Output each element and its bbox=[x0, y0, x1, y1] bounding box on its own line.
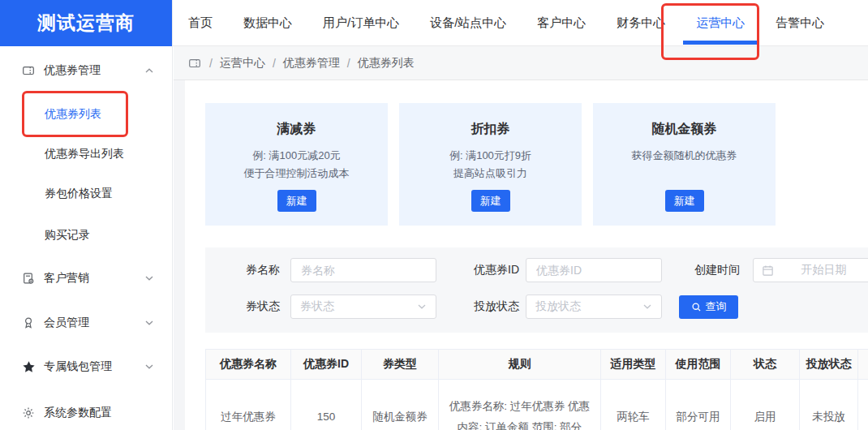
sidebar-item-label: 会员管理 bbox=[44, 316, 89, 330]
coupon-type-cards: 满减券 例: 满100元减20元 便于合理控制活动成本 新建 折扣券 例: 满1… bbox=[205, 103, 776, 226]
card-description: 例: 满100元打9折 提高站点吸引力 bbox=[399, 147, 582, 183]
card-full-reduction-coupon: 满减券 例: 满100元减20元 便于合理控制活动成本 新建 bbox=[205, 103, 388, 226]
settings-icon bbox=[21, 406, 36, 420]
card-description: 例: 满100元减20元 便于合理控制活动成本 bbox=[205, 147, 388, 183]
start-date-picker[interactable]: 开始日期 bbox=[753, 258, 868, 282]
col-header-apply-type: 适用类型 bbox=[601, 350, 666, 380]
search-icon bbox=[691, 302, 702, 312]
nav-item-customer-center[interactable]: 客户中心 bbox=[537, 15, 586, 31]
card-title: 折扣券 bbox=[399, 121, 582, 138]
coupon-name-label: 券名称 bbox=[205, 263, 280, 277]
member-icon bbox=[21, 316, 36, 330]
filter-panel: 券名称 优惠券ID 创建时间 开始日期 券状态 券状态 bbox=[205, 247, 868, 333]
chevron-up-icon bbox=[144, 67, 154, 75]
chevron-down-icon bbox=[642, 303, 652, 311]
nav-item-operation-center[interactable]: 运营中心 bbox=[696, 15, 745, 31]
sidebar-subitem-coupon-list[interactable]: 优惠券列表 bbox=[45, 101, 101, 128]
coupon-id-label: 优惠券ID bbox=[436, 263, 519, 277]
coupon-table-wrap: 优惠券名称 优惠券ID 券类型 规则 适用类型 使用范围 状态 投放状态 过年优… bbox=[205, 349, 868, 430]
filter-row-1: 券名称 优惠券ID 创建时间 开始日期 bbox=[205, 258, 868, 282]
nav-item-finance-center[interactable]: 财务中心 bbox=[617, 15, 665, 31]
cell-launch-status: 未投放 bbox=[800, 380, 858, 430]
nav-item-label: 运营中心 bbox=[696, 15, 745, 29]
sidebar-subitem-coupon-export-list[interactable]: 优惠券导出列表 bbox=[45, 140, 124, 168]
cell-coupon-name: 过年优惠券 bbox=[206, 380, 291, 430]
top-navigation: 首页 数据中心 用户/订单中心 设备/站点中心 客户中心 财务中心 运营中心 告… bbox=[173, 0, 868, 46]
col-header-coupon-name: 优惠券名称 bbox=[206, 350, 291, 380]
cell-apply-type: 两轮车 bbox=[601, 380, 666, 430]
col-header-status: 状态 bbox=[731, 350, 800, 380]
col-header-use-range: 使用范围 bbox=[666, 350, 731, 380]
cell-coupon-id: 150 bbox=[291, 380, 362, 430]
coupon-name-input[interactable] bbox=[290, 258, 436, 282]
active-tab-underline bbox=[683, 41, 758, 45]
create-discount-coupon-button[interactable]: 新建 bbox=[471, 190, 510, 212]
sidebar-item-customer-marketing[interactable]: 客户营销 bbox=[0, 264, 172, 292]
breadcrumb: / 运营中心 / 优惠券管理 / 优惠券列表 bbox=[174, 46, 868, 80]
search-button-label: 查询 bbox=[706, 299, 727, 314]
wallet-star-icon bbox=[21, 359, 36, 374]
create-random-amount-coupon-button[interactable]: 新建 bbox=[665, 190, 704, 212]
sidebar-item-member-management[interactable]: 会员管理 bbox=[0, 309, 172, 337]
breadcrumb-item-operation-center[interactable]: 运营中心 bbox=[220, 56, 265, 71]
col-header-coupon-type: 券类型 bbox=[362, 350, 439, 380]
chevron-down-icon bbox=[144, 319, 154, 327]
create-full-reduction-coupon-button[interactable]: 新建 bbox=[277, 190, 316, 212]
cell-coupon-type: 随机金额券 bbox=[362, 380, 439, 430]
cell-use-range: 部分可用 bbox=[666, 380, 731, 430]
brand-logo: 测试运营商 bbox=[0, 0, 172, 46]
breadcrumb-separator: / bbox=[209, 57, 213, 70]
cell-status: 启用 bbox=[731, 380, 800, 430]
card-title: 满减券 bbox=[205, 121, 388, 138]
create-time-label: 创建时间 bbox=[662, 263, 740, 277]
col-header-coupon-id: 优惠券ID bbox=[291, 350, 362, 380]
sidebar-subitem-package-price-settings[interactable]: 券包价格设置 bbox=[45, 180, 113, 208]
coupon-icon bbox=[21, 63, 36, 78]
coupon-id-input[interactable] bbox=[526, 258, 662, 282]
nav-item-user-order-center[interactable]: 用户/订单中心 bbox=[323, 15, 399, 31]
table-row[interactable]: 过年优惠券 150 随机金额券 优惠券名称: 过年优惠券 优惠内容: 订单金额 … bbox=[206, 380, 868, 430]
card-description: 获得金额随机的优惠券 bbox=[593, 147, 776, 183]
table-header-row: 优惠券名称 优惠券ID 券类型 规则 适用类型 使用范围 状态 投放状态 bbox=[206, 350, 868, 380]
sidebar-item-exclusive-wallet-management[interactable]: 专属钱包管理 bbox=[0, 353, 172, 381]
calendar-icon bbox=[762, 264, 774, 277]
search-button[interactable]: 查询 bbox=[679, 295, 738, 319]
sidebar: 测试运营商 优惠券管理 优惠券列表 优惠券导出列表 券包价格设置 购买记录 bbox=[0, 0, 173, 430]
nav-item-device-site-center[interactable]: 设备/站点中心 bbox=[430, 15, 506, 31]
chevron-down-icon bbox=[144, 363, 154, 371]
nav-item-alarm-center[interactable]: 告警中心 bbox=[776, 15, 824, 31]
select-placeholder: 券状态 bbox=[300, 299, 334, 314]
start-date-placeholder: 开始日期 bbox=[774, 263, 868, 277]
breadcrumb-item-coupon-list: 优惠券列表 bbox=[358, 56, 415, 71]
main-panel: 满减券 例: 满100元减20元 便于合理控制活动成本 新建 折扣券 例: 满1… bbox=[185, 80, 868, 430]
launch-status-select[interactable]: 投放状态 bbox=[526, 295, 662, 319]
sidebar-item-label: 客户营销 bbox=[44, 271, 89, 286]
coupon-status-select[interactable]: 券状态 bbox=[290, 295, 436, 319]
sidebar-item-coupon-management[interactable]: 优惠券管理 bbox=[0, 57, 172, 84]
sidebar-item-system-parameter-config[interactable]: 系统参数配置 bbox=[0, 399, 172, 427]
coupon-table: 优惠券名称 优惠券ID 券类型 规则 适用类型 使用范围 状态 投放状态 过年优… bbox=[205, 349, 868, 430]
nav-item-home[interactable]: 首页 bbox=[188, 15, 213, 31]
filter-row-2: 券状态 券状态 投放状态 投放状态 bbox=[205, 295, 868, 319]
card-title: 随机金额券 bbox=[593, 121, 776, 138]
card-discount-coupon: 折扣券 例: 满100元打9折 提高站点吸引力 新建 bbox=[399, 103, 582, 226]
card-random-amount-coupon: 随机金额券 获得金额随机的优惠券 新建 bbox=[593, 103, 776, 226]
cell-rule: 优惠券名称: 过年优惠券 优惠内容: 订单金额 范围: 部分 bbox=[439, 380, 601, 430]
col-header-clipped bbox=[858, 350, 868, 380]
sidebar-subitem-purchase-records[interactable]: 购买记录 bbox=[45, 221, 90, 249]
coupon-status-label: 券状态 bbox=[205, 299, 280, 314]
chevron-down-icon bbox=[144, 274, 154, 282]
breadcrumb-item-coupon-management[interactable]: 优惠券管理 bbox=[283, 56, 340, 71]
breadcrumb-separator: / bbox=[273, 57, 276, 70]
cell-clipped bbox=[858, 380, 868, 430]
col-header-launch-status: 投放状态 bbox=[800, 350, 858, 380]
marketing-icon bbox=[21, 271, 36, 286]
coupon-icon bbox=[188, 57, 201, 70]
sidebar-item-label: 专属钱包管理 bbox=[44, 359, 112, 374]
chevron-down-icon bbox=[417, 303, 427, 311]
nav-item-data-center[interactable]: 数据中心 bbox=[243, 15, 292, 31]
breadcrumb-separator: / bbox=[347, 57, 350, 70]
sidebar-item-label: 系统参数配置 bbox=[44, 406, 112, 420]
launch-status-label: 投放状态 bbox=[436, 299, 519, 314]
col-header-rule: 规则 bbox=[439, 350, 601, 380]
